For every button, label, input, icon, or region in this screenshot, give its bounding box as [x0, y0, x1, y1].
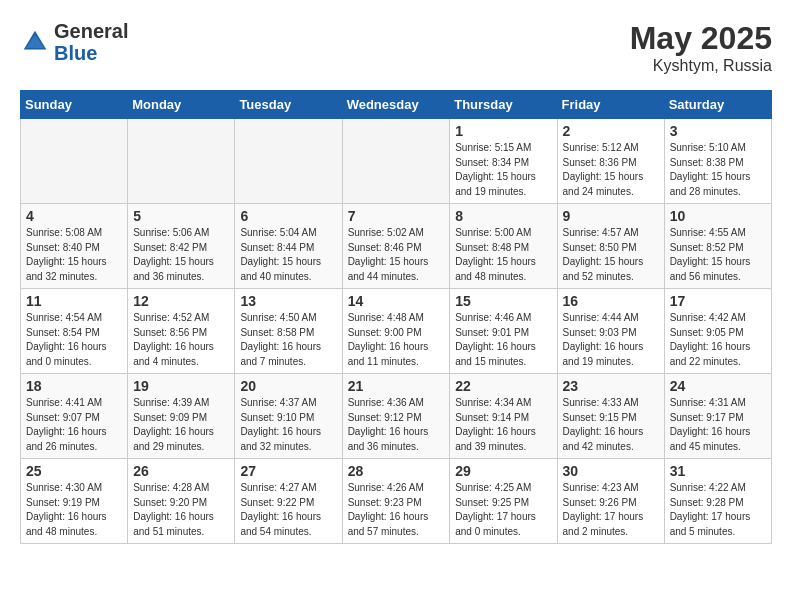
- day-number: 22: [455, 378, 551, 394]
- day-info: Sunrise: 4:44 AM Sunset: 9:03 PM Dayligh…: [563, 311, 659, 369]
- calendar-cell: [21, 119, 128, 204]
- day-info: Sunrise: 4:27 AM Sunset: 9:22 PM Dayligh…: [240, 481, 336, 539]
- day-number: 13: [240, 293, 336, 309]
- day-info: Sunrise: 5:12 AM Sunset: 8:36 PM Dayligh…: [563, 141, 659, 199]
- day-number: 27: [240, 463, 336, 479]
- calendar-cell: 31Sunrise: 4:22 AM Sunset: 9:28 PM Dayli…: [664, 459, 771, 544]
- day-info: Sunrise: 4:46 AM Sunset: 9:01 PM Dayligh…: [455, 311, 551, 369]
- calendar-cell: 18Sunrise: 4:41 AM Sunset: 9:07 PM Dayli…: [21, 374, 128, 459]
- logo-blue-text: Blue: [54, 42, 128, 64]
- weekday-header: Monday: [128, 91, 235, 119]
- day-number: 18: [26, 378, 122, 394]
- day-info: Sunrise: 4:22 AM Sunset: 9:28 PM Dayligh…: [670, 481, 766, 539]
- day-info: Sunrise: 5:06 AM Sunset: 8:42 PM Dayligh…: [133, 226, 229, 284]
- calendar-cell: 20Sunrise: 4:37 AM Sunset: 9:10 PM Dayli…: [235, 374, 342, 459]
- day-number: 5: [133, 208, 229, 224]
- day-info: Sunrise: 4:50 AM Sunset: 8:58 PM Dayligh…: [240, 311, 336, 369]
- day-info: Sunrise: 5:02 AM Sunset: 8:46 PM Dayligh…: [348, 226, 445, 284]
- day-number: 10: [670, 208, 766, 224]
- day-number: 25: [26, 463, 122, 479]
- logo: General Blue: [20, 20, 128, 64]
- calendar-cell: 27Sunrise: 4:27 AM Sunset: 9:22 PM Dayli…: [235, 459, 342, 544]
- calendar-cell: 14Sunrise: 4:48 AM Sunset: 9:00 PM Dayli…: [342, 289, 450, 374]
- day-info: Sunrise: 5:10 AM Sunset: 8:38 PM Dayligh…: [670, 141, 766, 199]
- weekday-header: Sunday: [21, 91, 128, 119]
- calendar-cell: 22Sunrise: 4:34 AM Sunset: 9:14 PM Dayli…: [450, 374, 557, 459]
- day-info: Sunrise: 4:33 AM Sunset: 9:15 PM Dayligh…: [563, 396, 659, 454]
- day-info: Sunrise: 4:39 AM Sunset: 9:09 PM Dayligh…: [133, 396, 229, 454]
- day-info: Sunrise: 4:36 AM Sunset: 9:12 PM Dayligh…: [348, 396, 445, 454]
- day-info: Sunrise: 4:26 AM Sunset: 9:23 PM Dayligh…: [348, 481, 445, 539]
- calendar-header-row: SundayMondayTuesdayWednesdayThursdayFrid…: [21, 91, 772, 119]
- calendar-cell: 30Sunrise: 4:23 AM Sunset: 9:26 PM Dayli…: [557, 459, 664, 544]
- day-number: 3: [670, 123, 766, 139]
- day-info: Sunrise: 4:54 AM Sunset: 8:54 PM Dayligh…: [26, 311, 122, 369]
- day-number: 20: [240, 378, 336, 394]
- calendar-cell: 24Sunrise: 4:31 AM Sunset: 9:17 PM Dayli…: [664, 374, 771, 459]
- weekday-header: Wednesday: [342, 91, 450, 119]
- day-info: Sunrise: 4:42 AM Sunset: 9:05 PM Dayligh…: [670, 311, 766, 369]
- weekday-header: Tuesday: [235, 91, 342, 119]
- day-info: Sunrise: 4:34 AM Sunset: 9:14 PM Dayligh…: [455, 396, 551, 454]
- day-number: 2: [563, 123, 659, 139]
- day-info: Sunrise: 4:25 AM Sunset: 9:25 PM Dayligh…: [455, 481, 551, 539]
- calendar-cell: 16Sunrise: 4:44 AM Sunset: 9:03 PM Dayli…: [557, 289, 664, 374]
- day-number: 14: [348, 293, 445, 309]
- location: Kyshtym, Russia: [630, 57, 772, 75]
- day-number: 8: [455, 208, 551, 224]
- day-info: Sunrise: 4:41 AM Sunset: 9:07 PM Dayligh…: [26, 396, 122, 454]
- calendar-cell: 12Sunrise: 4:52 AM Sunset: 8:56 PM Dayli…: [128, 289, 235, 374]
- day-number: 1: [455, 123, 551, 139]
- calendar-cell: 13Sunrise: 4:50 AM Sunset: 8:58 PM Dayli…: [235, 289, 342, 374]
- day-info: Sunrise: 4:30 AM Sunset: 9:19 PM Dayligh…: [26, 481, 122, 539]
- day-number: 16: [563, 293, 659, 309]
- calendar-cell: 15Sunrise: 4:46 AM Sunset: 9:01 PM Dayli…: [450, 289, 557, 374]
- day-number: 24: [670, 378, 766, 394]
- day-info: Sunrise: 4:37 AM Sunset: 9:10 PM Dayligh…: [240, 396, 336, 454]
- calendar-cell: 25Sunrise: 4:30 AM Sunset: 9:19 PM Dayli…: [21, 459, 128, 544]
- day-number: 23: [563, 378, 659, 394]
- day-number: 6: [240, 208, 336, 224]
- logo-icon: [20, 27, 50, 57]
- calendar-cell: 29Sunrise: 4:25 AM Sunset: 9:25 PM Dayli…: [450, 459, 557, 544]
- calendar-cell: 28Sunrise: 4:26 AM Sunset: 9:23 PM Dayli…: [342, 459, 450, 544]
- day-info: Sunrise: 4:48 AM Sunset: 9:00 PM Dayligh…: [348, 311, 445, 369]
- calendar-cell: 17Sunrise: 4:42 AM Sunset: 9:05 PM Dayli…: [664, 289, 771, 374]
- calendar-cell: 7Sunrise: 5:02 AM Sunset: 8:46 PM Daylig…: [342, 204, 450, 289]
- calendar-cell: 1Sunrise: 5:15 AM Sunset: 8:34 PM Daylig…: [450, 119, 557, 204]
- day-info: Sunrise: 4:57 AM Sunset: 8:50 PM Dayligh…: [563, 226, 659, 284]
- day-number: 28: [348, 463, 445, 479]
- logo-general-text: General: [54, 20, 128, 42]
- day-number: 29: [455, 463, 551, 479]
- day-info: Sunrise: 4:55 AM Sunset: 8:52 PM Dayligh…: [670, 226, 766, 284]
- calendar-cell: 3Sunrise: 5:10 AM Sunset: 8:38 PM Daylig…: [664, 119, 771, 204]
- day-number: 11: [26, 293, 122, 309]
- day-info: Sunrise: 4:52 AM Sunset: 8:56 PM Dayligh…: [133, 311, 229, 369]
- day-number: 21: [348, 378, 445, 394]
- weekday-header: Thursday: [450, 91, 557, 119]
- day-info: Sunrise: 5:08 AM Sunset: 8:40 PM Dayligh…: [26, 226, 122, 284]
- day-number: 9: [563, 208, 659, 224]
- day-info: Sunrise: 4:23 AM Sunset: 9:26 PM Dayligh…: [563, 481, 659, 539]
- day-number: 26: [133, 463, 229, 479]
- day-info: Sunrise: 4:31 AM Sunset: 9:17 PM Dayligh…: [670, 396, 766, 454]
- calendar-cell: 2Sunrise: 5:12 AM Sunset: 8:36 PM Daylig…: [557, 119, 664, 204]
- calendar-week-row: 4Sunrise: 5:08 AM Sunset: 8:40 PM Daylig…: [21, 204, 772, 289]
- calendar-cell: 23Sunrise: 4:33 AM Sunset: 9:15 PM Dayli…: [557, 374, 664, 459]
- page-header: General Blue May 2025 Kyshtym, Russia: [20, 20, 772, 75]
- calendar-cell: 5Sunrise: 5:06 AM Sunset: 8:42 PM Daylig…: [128, 204, 235, 289]
- calendar-cell: 8Sunrise: 5:00 AM Sunset: 8:48 PM Daylig…: [450, 204, 557, 289]
- calendar-cell: [342, 119, 450, 204]
- day-info: Sunrise: 4:28 AM Sunset: 9:20 PM Dayligh…: [133, 481, 229, 539]
- day-number: 17: [670, 293, 766, 309]
- calendar-cell: 11Sunrise: 4:54 AM Sunset: 8:54 PM Dayli…: [21, 289, 128, 374]
- day-number: 30: [563, 463, 659, 479]
- calendar-cell: 21Sunrise: 4:36 AM Sunset: 9:12 PM Dayli…: [342, 374, 450, 459]
- calendar-week-row: 18Sunrise: 4:41 AM Sunset: 9:07 PM Dayli…: [21, 374, 772, 459]
- calendar-table: SundayMondayTuesdayWednesdayThursdayFrid…: [20, 90, 772, 544]
- day-number: 7: [348, 208, 445, 224]
- weekday-header: Friday: [557, 91, 664, 119]
- calendar-cell: [235, 119, 342, 204]
- day-info: Sunrise: 5:00 AM Sunset: 8:48 PM Dayligh…: [455, 226, 551, 284]
- weekday-header: Saturday: [664, 91, 771, 119]
